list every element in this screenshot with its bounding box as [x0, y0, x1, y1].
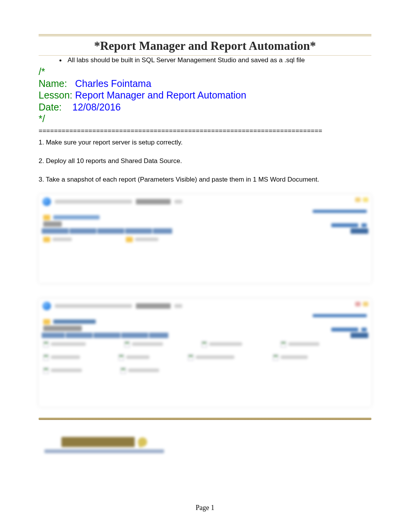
report-icon	[43, 367, 49, 374]
report-item	[43, 354, 80, 360]
folder-icon	[43, 215, 50, 220]
sql-date-line: Date: 12/08/2016	[39, 101, 371, 113]
logo-text-blur	[61, 437, 135, 447]
footer-gold-rule	[39, 418, 371, 420]
report-item	[43, 367, 82, 374]
window-controls	[355, 197, 368, 202]
item-label	[51, 369, 82, 372]
action-tab	[66, 333, 93, 338]
page-heading-blur	[43, 221, 62, 227]
action-tab	[125, 228, 152, 234]
logo-leaf-icon	[137, 436, 148, 447]
sql-comment-block: /* Name: Charles Fointama Lesson: Report…	[39, 66, 371, 125]
tab-divider	[175, 304, 182, 308]
action-tab	[149, 333, 168, 338]
intro-bullet: All labs should be built in SQL Server M…	[39, 56, 371, 64]
heading-text	[43, 221, 62, 227]
report-item	[188, 354, 234, 360]
browser-header	[42, 197, 182, 206]
crumb-text	[53, 320, 96, 324]
item-label	[209, 342, 242, 346]
action-tab	[97, 228, 124, 234]
tool-item	[361, 223, 367, 227]
action-bar	[39, 333, 371, 338]
folder-item	[126, 237, 158, 242]
item-label	[132, 342, 163, 346]
sql-name-label: Name:	[39, 78, 67, 89]
crumb-text	[53, 215, 100, 219]
report-icon	[188, 354, 193, 360]
browser-header	[42, 302, 182, 310]
report-item	[124, 341, 163, 347]
sql-date-value: 12/08/2016	[73, 102, 121, 112]
action-tab	[153, 228, 172, 234]
content-row	[43, 367, 367, 374]
report-icon	[120, 367, 126, 374]
step-3: 3. Take a snapshot of each report (Param…	[39, 176, 371, 184]
tool-item	[331, 328, 358, 331]
page-heading-blur	[43, 326, 82, 331]
address-bar	[55, 200, 132, 204]
bullet-icon	[59, 59, 61, 61]
report-icon	[119, 354, 124, 360]
report-icon	[43, 341, 49, 347]
header-links	[313, 210, 367, 213]
step-2: 2. Deploy all 10 reports and Shared Data…	[39, 157, 371, 165]
report-icon	[273, 354, 278, 360]
window-icon	[363, 302, 368, 306]
item-label	[135, 238, 158, 241]
report-icon	[43, 354, 49, 360]
header-links	[313, 314, 367, 317]
top-thick-rule	[39, 34, 371, 36]
content-row	[43, 354, 367, 360]
sql-close: */	[39, 113, 371, 125]
link-bar	[313, 314, 367, 317]
content-row	[43, 237, 367, 242]
equals-divider: ========================================…	[39, 127, 371, 135]
sql-name-line: Name: Charles Fointama	[39, 78, 371, 90]
toolbar-right	[331, 223, 367, 227]
item-label	[281, 355, 308, 359]
folder-icon	[126, 237, 133, 242]
report-icon	[202, 341, 207, 347]
logo-tagline-blur	[44, 449, 164, 453]
address-bar	[55, 304, 132, 308]
sql-lesson-line: Lesson: Report Manager and Report Automa…	[39, 89, 371, 101]
tool-item	[331, 223, 358, 227]
title-underline	[39, 55, 371, 56]
breadcrumb	[43, 215, 100, 220]
page-title: *Report Manager and Report Automation*	[39, 37, 371, 55]
screenshots-container	[39, 194, 371, 407]
ie-icon	[42, 302, 51, 310]
window-controls	[355, 302, 368, 306]
folder-icon	[43, 319, 50, 325]
report-item	[281, 341, 319, 347]
ie-icon	[42, 197, 51, 206]
toolbar-right	[331, 328, 367, 331]
action-tab	[121, 333, 148, 338]
action-tab	[69, 228, 97, 234]
item-label	[51, 342, 86, 346]
item-label	[128, 369, 159, 372]
report-item	[120, 367, 159, 374]
folder-item	[43, 237, 72, 242]
step-1: 1. Make sure your report server is setup…	[39, 139, 371, 146]
address-segment	[136, 303, 171, 309]
report-item	[119, 354, 149, 360]
report-icon	[281, 341, 286, 347]
folder-icon	[43, 237, 50, 242]
content-area	[43, 237, 367, 279]
sql-lesson-label: Lesson:	[39, 90, 73, 100]
window-icon	[355, 302, 361, 306]
item-label	[126, 355, 149, 359]
sql-open: /*	[39, 66, 371, 78]
item-label	[196, 355, 234, 359]
sql-name-value: Charles Fointama	[75, 78, 151, 89]
action-tab	[93, 333, 120, 338]
item-label	[288, 342, 319, 346]
action-tab	[42, 228, 69, 234]
tool-item	[361, 328, 367, 331]
tab-divider	[175, 200, 182, 204]
action-tab	[42, 333, 65, 338]
content-row	[43, 341, 367, 347]
